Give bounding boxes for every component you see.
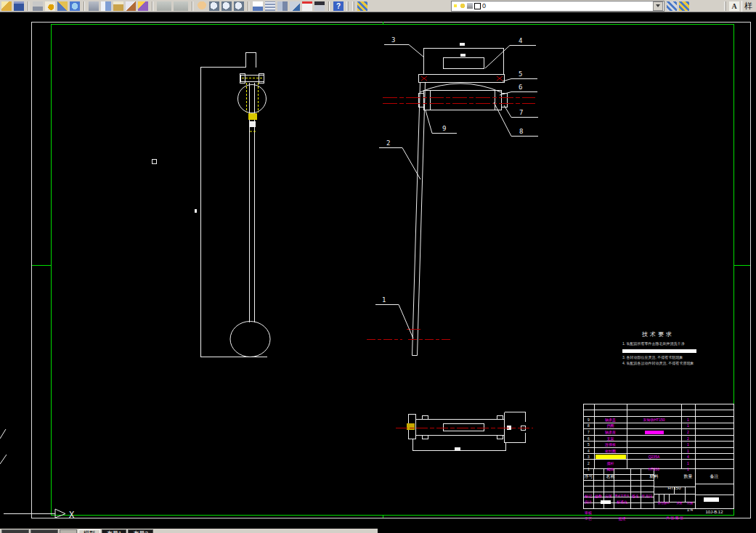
zoom-realtime-icon[interactable]	[209, 1, 219, 11]
approve-label: 批准	[614, 516, 630, 521]
tool-palettes-icon[interactable]	[290, 1, 300, 11]
balloon-3: 3	[391, 36, 395, 44]
publish-icon[interactable]	[57, 1, 68, 11]
web-icon[interactable]	[70, 1, 80, 11]
tech-requirement-line: 1. 装配前所有零件去除毛刺并清洗干净	[622, 341, 685, 346]
layer-freeze-icon[interactable]	[460, 3, 466, 9]
hinge-circle	[238, 85, 267, 113]
ucs-x-label: X	[69, 510, 75, 520]
toolbar-grip[interactable]	[724, 1, 726, 11]
undo-icon[interactable]	[157, 1, 171, 11]
quick-calc-icon[interactable]	[314, 1, 325, 11]
tech-requirement-line-highlighted	[622, 349, 696, 353]
cut-icon[interactable]	[89, 1, 99, 11]
layer-dropdown-button[interactable]	[653, 1, 663, 11]
paste-icon[interactable]	[113, 1, 123, 11]
find-text-icon[interactable]	[253, 1, 263, 11]
toolbar-separator	[248, 1, 249, 11]
layout-tab-strip: 模型 布局1 布局2	[0, 529, 378, 533]
drawing-canvas[interactable]: 1 2 3 4 5 6 7 8 9 X 技术要求 1. 装配前所有零件去除毛刺并…	[0, 12, 756, 529]
parts-list-row: 3 Q235A4	[583, 454, 733, 460]
section-view	[409, 412, 526, 452]
pin-block	[250, 121, 256, 127]
toolbar-separator	[28, 1, 29, 11]
tab-nav-buttons[interactable]	[1, 529, 29, 533]
zoom-window-icon[interactable]	[221, 1, 232, 11]
left-view	[153, 53, 271, 357]
revision-label: 更改文件号	[614, 494, 630, 497]
layer-combo[interactable]: 0	[451, 1, 664, 12]
dimension-text-illegible	[455, 447, 460, 451]
parts-list-row: 1阀体 HT2001	[583, 466, 733, 472]
parts-list-row: 8挡圈 1	[583, 423, 733, 428]
dimension-text-illegible	[460, 54, 466, 57]
balloon-7: 7	[519, 109, 523, 116]
tech-requirements-title: 技术要求	[642, 330, 693, 338]
toolbar-separator	[84, 1, 85, 11]
style-toolbar-label: 样	[741, 1, 755, 12]
toolbar-separator	[328, 1, 330, 11]
layer-previous-icon[interactable]	[667, 1, 677, 11]
stage-mark-label: 阶段标记	[654, 501, 674, 505]
selected-bushing-block	[407, 423, 415, 430]
balloon-4: 4	[519, 37, 522, 44]
revision-label: 年月日	[641, 494, 654, 498]
plot-preview-icon[interactable]	[45, 1, 55, 11]
style-toolbar-fragment: A 样	[723, 1, 755, 12]
layer-states-icon[interactable]	[679, 1, 689, 11]
help-icon[interactable]: ?	[333, 1, 344, 11]
redo-icon[interactable]	[174, 1, 188, 11]
scale-value: 1:4	[685, 508, 695, 512]
sheet-note: 共 张 第 张	[654, 516, 695, 520]
scale-label: 比例	[685, 501, 695, 505]
match-properties-icon[interactable]	[126, 1, 136, 11]
dimension-text-illegible	[460, 43, 465, 46]
plot-icon[interactable]	[33, 1, 43, 11]
save-icon[interactable]	[14, 1, 24, 11]
copy-icon[interactable]	[101, 1, 111, 11]
redacted-name-block	[596, 455, 626, 459]
tab-nav-buttons[interactable]	[31, 529, 58, 533]
shaft-body	[424, 91, 502, 110]
tech-requirement-line: 4. 装配后各运动件转动灵活, 不得有卡滞现象	[622, 361, 694, 365]
redacted-material-block	[645, 431, 664, 434]
revision-label: 标记	[583, 494, 593, 498]
properties-icon[interactable]	[265, 1, 275, 11]
top-toolbar: ? 0 A 样	[0, 0, 756, 12]
layer-lock-icon[interactable]	[467, 3, 473, 9]
tab-layout1[interactable]: 布局1	[102, 529, 126, 533]
parts-list-row: 7轴承座 2	[583, 429, 733, 435]
zoom-previous-icon[interactable]	[234, 1, 244, 11]
cover-outline	[424, 49, 504, 75]
layers-icon[interactable]	[357, 1, 367, 11]
pan-icon[interactable]	[197, 1, 207, 11]
parts-list-row: 4密封圈 1	[583, 448, 733, 454]
toolbar-grip[interactable]	[346, 1, 349, 11]
match-properties-paint-icon[interactable]	[138, 1, 148, 11]
toolbar-grip[interactable]	[352, 1, 354, 11]
material-value: HT150	[654, 486, 695, 490]
balloon-2: 2	[386, 139, 390, 147]
balloon-5: 5	[519, 70, 522, 78]
tab-model[interactable]: 模型	[78, 529, 100, 533]
toolbar-separator	[192, 1, 193, 11]
redacted-title	[704, 497, 719, 502]
float-ball	[230, 322, 270, 357]
markup-set-icon[interactable]	[302, 1, 312, 11]
parts-list-row: 6支架 2	[583, 436, 733, 442]
beam-body	[416, 420, 505, 436]
revision-label: 签名	[630, 494, 641, 498]
balloon-1: 1	[382, 296, 386, 304]
tab-nav-button[interactable]	[60, 529, 77, 533]
cad-application-window: { "app": { "layer_value": "0", "help_gly…	[0, 0, 756, 533]
text-style-icon[interactable]: A	[729, 1, 739, 11]
parts-list-row: 2摆杆 1	[583, 460, 733, 466]
layer-on-bulb-icon[interactable]	[452, 3, 458, 9]
check-label: 审核	[583, 510, 593, 515]
layer-color-swatch[interactable]	[474, 3, 481, 9]
standardization-label: 标准化	[614, 500, 630, 504]
open-icon[interactable]	[1, 1, 12, 11]
design-center-icon[interactable]	[277, 1, 288, 11]
tab-layout2[interactable]: 布局2	[128, 529, 153, 533]
redacted-signature	[601, 500, 611, 504]
